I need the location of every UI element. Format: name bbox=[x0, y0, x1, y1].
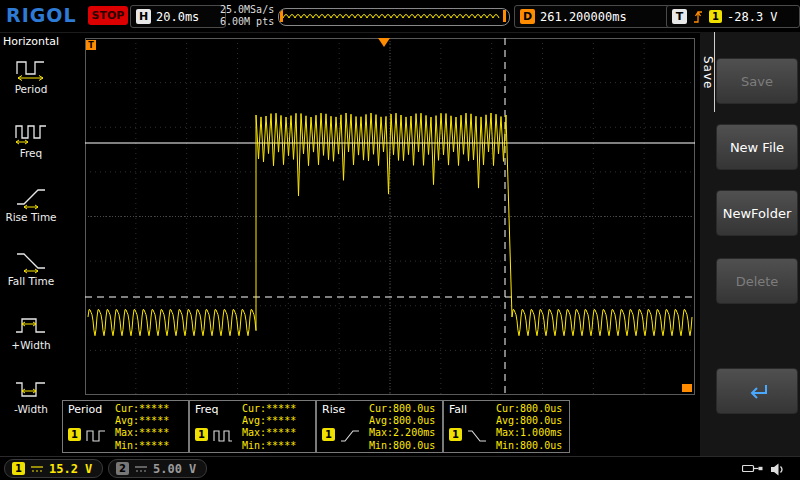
horizontal-badge: H bbox=[136, 9, 151, 24]
measurement-max: Max:1.000ms bbox=[496, 427, 562, 439]
dc-coupling-icon bbox=[30, 465, 44, 473]
measurement-box-rise[interactable]: Rise 1 Cur:800.0us Avg:800.0us Max:2.200… bbox=[316, 400, 443, 453]
trigger-slope-icon bbox=[692, 9, 704, 25]
trigger-source-badge: 1 bbox=[709, 10, 722, 23]
channel-1-badge: 1 bbox=[12, 462, 25, 475]
pos-width-icon bbox=[14, 312, 48, 338]
top-status-bar: RIGOL STOP H 20.0ms 25.0MSa/s 6.00M pts … bbox=[0, 0, 800, 33]
speaker-icon bbox=[770, 462, 785, 477]
dc-coupling-icon bbox=[134, 465, 148, 473]
menu-item-label: Fall Time bbox=[0, 275, 62, 287]
measurement-max: Max:***** bbox=[242, 427, 296, 439]
menu-item-label: Period bbox=[0, 83, 62, 95]
period-glyph-icon bbox=[85, 429, 107, 443]
delete-button[interactable]: Delete bbox=[716, 258, 798, 304]
memory-waveform-preview[interactable] bbox=[278, 8, 510, 26]
menu-tab-divider bbox=[714, 32, 715, 112]
preview-waveform bbox=[279, 9, 507, 23]
sample-rate: 25.0MSa/s bbox=[220, 4, 274, 16]
delay-badge: D bbox=[520, 9, 535, 24]
measurement-avg: Avg:***** bbox=[115, 415, 169, 427]
period-icon bbox=[14, 56, 48, 82]
measurement-min: Min:***** bbox=[242, 440, 296, 452]
channel-2-block[interactable]: 2 5.00 V bbox=[108, 459, 207, 478]
measurement-values: Cur:800.0us Avg:800.0us Max:1.000ms Min:… bbox=[496, 403, 562, 452]
rise-time-icon bbox=[14, 184, 48, 210]
save-menu-panel: Save Save New File NewFolder Delete bbox=[700, 32, 800, 456]
rigol-logo: RIGOL bbox=[6, 4, 77, 26]
measurement-values: Cur:***** Avg:***** Max:***** Min:***** bbox=[115, 403, 169, 452]
trigger-group[interactable]: T 1 -28.3 V bbox=[666, 5, 800, 28]
trigger-badge: T bbox=[672, 9, 687, 24]
usb-icon bbox=[742, 462, 764, 475]
delay-group[interactable]: D 261.200000ms bbox=[514, 5, 672, 28]
measurement-min: Min:800.0us bbox=[496, 440, 562, 452]
menu-item-label: Freq bbox=[0, 147, 62, 159]
menu-item-rise-time[interactable]: Rise Time bbox=[0, 180, 62, 244]
measure-menu-title: Horizontal bbox=[0, 32, 62, 48]
channel-1-scale: 15.2 V bbox=[49, 462, 92, 476]
measurement-name: Fall bbox=[449, 403, 467, 416]
freq-icon bbox=[14, 120, 48, 146]
run-state-badge: STOP bbox=[88, 6, 128, 25]
channel-badge: 1 bbox=[195, 428, 208, 441]
menu-item-fall-time[interactable]: Fall Time bbox=[0, 244, 62, 308]
menu-item-neg-width[interactable]: -Width bbox=[0, 372, 62, 436]
measurement-box-fall[interactable]: Fall 1 Cur:800.0us Avg:800.0us Max:1.000… bbox=[443, 400, 570, 453]
measurement-name: Rise bbox=[322, 403, 345, 416]
acquisition-info: 25.0MSa/s 6.00M pts bbox=[220, 4, 274, 28]
menu-tab-save: Save bbox=[701, 56, 715, 89]
new-folder-button[interactable]: NewFolder bbox=[716, 190, 798, 236]
measurement-cur: Cur:***** bbox=[115, 403, 169, 415]
menu-item-label: +Width bbox=[0, 339, 62, 351]
trigger-level-value: -28.3 V bbox=[727, 10, 778, 24]
measurement-avg: Avg:800.0us bbox=[496, 415, 562, 427]
measurement-name: Period bbox=[68, 403, 102, 416]
measurement-box-freq[interactable]: Freq 1 Cur:***** Avg:***** Max:***** Min… bbox=[189, 400, 316, 453]
back-button[interactable] bbox=[716, 368, 798, 414]
measurement-values: Cur:800.0us Avg:800.0us Max:2.200ms Min:… bbox=[369, 403, 435, 452]
measurement-min: Min:800.0us bbox=[369, 440, 435, 452]
channel-badge: 1 bbox=[322, 428, 335, 441]
channel-2-badge: 2 bbox=[116, 462, 129, 475]
menu-item-label: -Width bbox=[0, 403, 62, 415]
measurement-cur: Cur:***** bbox=[242, 403, 296, 415]
fall-glyph-icon bbox=[466, 429, 488, 443]
fall-time-icon bbox=[14, 248, 48, 274]
measurement-avg: Avg:800.0us bbox=[369, 415, 435, 427]
measure-menu: Horizontal Period Freq Rise Time bbox=[0, 32, 62, 456]
neg-width-icon bbox=[14, 376, 48, 402]
timebase-value: 20.0ms bbox=[156, 10, 199, 24]
measurement-max: Max:***** bbox=[115, 427, 169, 439]
channel-2-scale: 5.00 V bbox=[153, 462, 196, 476]
delay-value: 261.200000ms bbox=[540, 10, 627, 24]
measurement-cur: Cur:800.0us bbox=[369, 403, 435, 415]
oscilloscope-screen: RIGOL STOP H 20.0ms 25.0MSa/s 6.00M pts … bbox=[0, 0, 800, 480]
svg-text:T: T bbox=[88, 41, 94, 50]
menu-item-pos-width[interactable]: +Width bbox=[0, 308, 62, 372]
measurement-name: Freq bbox=[195, 403, 219, 416]
measurement-min: Min:***** bbox=[115, 440, 169, 452]
measurement-max: Max:2.200ms bbox=[369, 427, 435, 439]
channel-badge: 1 bbox=[449, 428, 462, 441]
waveform-plot: T bbox=[85, 38, 695, 395]
menu-item-freq[interactable]: Freq bbox=[0, 116, 62, 180]
channel-status-bar: 1 15.2 V 2 5.00 V bbox=[0, 456, 800, 480]
rise-glyph-icon bbox=[339, 429, 361, 443]
channel-1-block[interactable]: 1 15.2 V bbox=[4, 459, 103, 478]
channel-badge: 1 bbox=[68, 428, 81, 441]
return-arrow-icon bbox=[744, 381, 770, 401]
waveform-display-area[interactable]: T bbox=[85, 38, 695, 395]
menu-item-period[interactable]: Period bbox=[0, 52, 62, 116]
measurement-values: Cur:***** Avg:***** Max:***** Min:***** bbox=[242, 403, 296, 452]
memory-depth: 6.00M pts bbox=[220, 16, 274, 28]
new-file-button[interactable]: New File bbox=[716, 124, 798, 170]
save-button[interactable]: Save bbox=[716, 58, 798, 104]
measurement-box-period[interactable]: Period 1 Cur:***** Avg:***** Max:***** M… bbox=[62, 400, 189, 453]
horizontal-timebase-group[interactable]: H 20.0ms bbox=[130, 5, 226, 28]
menu-item-label: Rise Time bbox=[0, 211, 62, 223]
measurement-cur: Cur:800.0us bbox=[496, 403, 562, 415]
measurement-avg: Avg:***** bbox=[242, 415, 296, 427]
freq-glyph-icon bbox=[212, 429, 234, 443]
